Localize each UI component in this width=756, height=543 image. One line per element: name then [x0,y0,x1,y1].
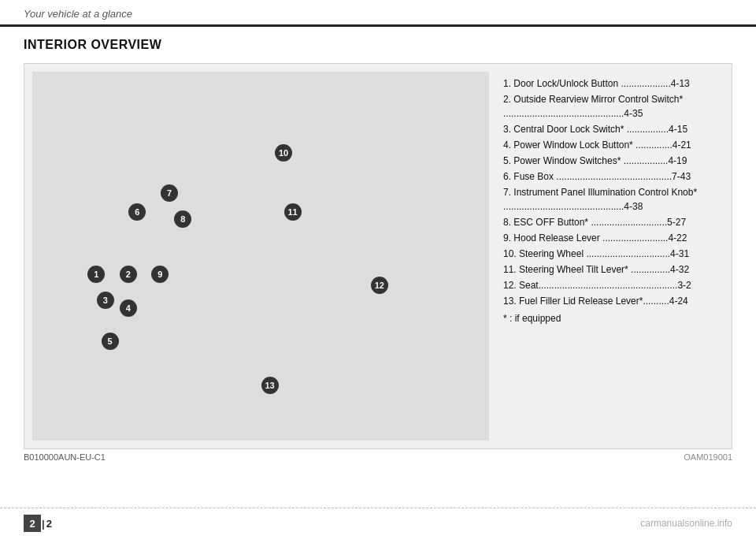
legend-area: 1. Door Lock/Unlock Button .............… [497,72,724,441]
legend-item-1: 1. Door Lock/Unlock Button .............… [503,76,717,91]
diagram-item-10: 10 [275,144,292,162]
diagram-item-11: 11 [284,203,302,221]
main-content: INTERIOR OVERVIEW 12345678910111213 1. D… [0,27,756,470]
diagram-item-6: 6 [128,203,146,221]
diagram-item-7: 7 [161,184,178,202]
legend-item-7: 7. Instrument Panel Illumination Control… [503,185,717,214]
page-number-plain: 2 [46,518,52,530]
legend-item-5: 5. Power Window Switches* ..............… [503,154,717,168]
header-title: Your vehicle at a glance [24,8,132,20]
diagram-item-8: 8 [174,210,191,228]
diagram-item-4: 4 [120,299,137,317]
legend-item-3: 3. Central Door Lock Switch* ...........… [503,122,717,136]
oam-code: OAM019001 [684,452,732,462]
diagram-item-2: 2 [120,266,137,283]
page-number-separator: | [42,518,45,530]
legend-item-2: 2. Outside Rearview Mirror Control Switc… [503,92,717,121]
diagram-area: 12345678910111213 [32,72,489,441]
diagram-item-3: 3 [97,292,114,309]
legend-item-9: 9. Hood Release Lever ..................… [503,231,717,245]
diagram-item-5: 5 [102,333,119,350]
content-box: 12345678910111213 1. Door Lock/Unlock Bu… [24,63,732,449]
legend-item-6: 6. Fuse Box ............................… [503,169,717,184]
diagram-code: B010000AUN-EU-C1 [24,452,106,462]
legend-item-12: 12. Seat................................… [503,278,717,292]
legend-item-13: 13. Fuel Filler Lid Release Lever*......… [503,294,717,308]
page-number-box: 2 [24,515,41,532]
watermark: carmanualsonline.info [640,518,732,529]
page-header: Your vehicle at a glance [0,0,756,27]
diagram-item-9: 9 [151,266,169,283]
legend-item-8: 8. ESC OFF Button* .....................… [503,215,717,229]
diagram-item-12: 12 [371,277,388,294]
diagram-item-13: 13 [261,377,279,394]
diagram-item-1: 1 [87,266,105,283]
section-title: INTERIOR OVERVIEW [24,38,732,52]
legend-item-11: 11. Steering Wheel Tilt Lever* .........… [503,262,717,277]
legend-item-10: 10. Steering Wheel .....................… [503,247,717,261]
legend-item-4: 4. Power Window Lock Button* ...........… [503,138,717,152]
legend-note: * : if equipped [503,311,717,326]
